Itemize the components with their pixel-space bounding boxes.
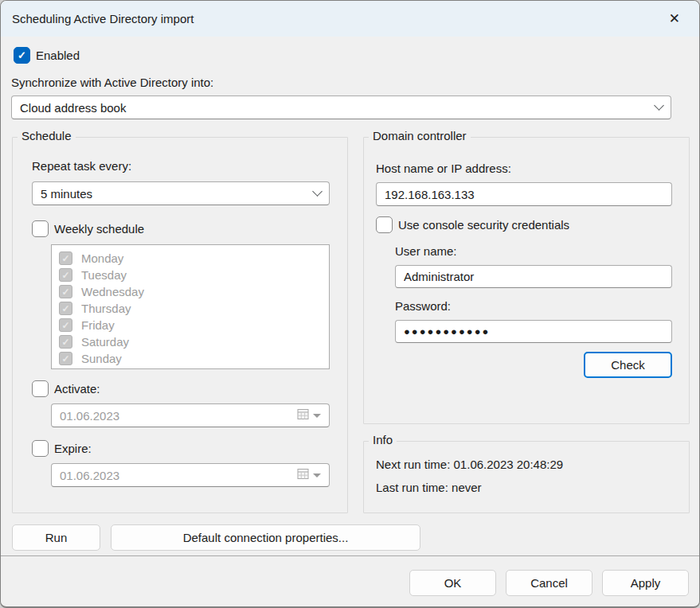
info-group-label: Info: [369, 433, 397, 446]
domain-controller-group-label: Domain controller: [369, 129, 471, 142]
cancel-button[interactable]: Cancel: [506, 570, 592, 596]
username-input[interactable]: Administrator: [395, 265, 672, 288]
run-button[interactable]: Run: [12, 524, 100, 551]
day-label: Tuesday: [81, 268, 127, 282]
enabled-checkbox[interactable]: ✓: [14, 47, 30, 64]
day-row: ✓Saturday: [59, 333, 329, 350]
check-button[interactable]: Check: [584, 352, 672, 378]
sync-target-value: Cloud address book: [20, 101, 655, 115]
schedule-group-label: Schedule: [18, 129, 76, 142]
last-run-time-text: Last run time: never: [376, 481, 482, 494]
schedule-group: Schedule Repeat task every: 5 minutes ✓ …: [12, 137, 348, 513]
check-icon: ✓: [61, 337, 69, 347]
dialog-window: Scheduling Active Directory import ✕ ✓ E…: [0, 0, 700, 608]
day-checkbox: ✓: [59, 302, 72, 315]
title-bar: Scheduling Active Directory import ✕: [1, 1, 699, 37]
username-value: Administrator: [404, 270, 663, 283]
host-input[interactable]: 192.168.163.133: [376, 182, 672, 206]
repeat-interval-dropdown[interactable]: 5 minutes: [32, 181, 330, 205]
day-row: ✓Wednesday: [59, 283, 329, 300]
day-checkbox: ✓: [59, 318, 72, 332]
check-icon: ✓: [61, 271, 69, 280]
repeat-interval-value: 5 minutes: [41, 187, 314, 201]
day-row: ✓Monday: [59, 250, 329, 267]
info-group: Info Next run time: 01.06.2023 20:48:29 …: [363, 441, 690, 513]
check-icon: ✓: [61, 321, 69, 330]
console-credentials-label: Use console security credentials: [398, 218, 569, 232]
check-icon: ✓: [18, 50, 26, 60]
repeat-task-label: Repeat task every:: [32, 159, 131, 173]
weekly-days-listbox: ✓Monday✓Tuesday✓Wednesday✓Thursday✓Frida…: [51, 244, 330, 369]
calendar-icon: [297, 468, 309, 482]
footer-divider: [1, 555, 699, 556]
expire-date-picker: 01.06.2023: [51, 463, 330, 487]
dialog-title: Scheduling Active Directory import: [12, 12, 194, 25]
host-value: 192.168.163.133: [385, 188, 663, 201]
next-run-time-text: Next run time: 01.06.2023 20:48:29: [376, 458, 563, 471]
activate-date-value: 01.06.2023: [60, 409, 297, 423]
host-label: Host name or IP address:: [376, 162, 511, 175]
password-value: ●●●●●●●●●●●: [404, 325, 663, 337]
check-icon: ✓: [61, 254, 69, 263]
expire-checkbox-row[interactable]: ✓ Expire:: [32, 440, 92, 457]
day-checkbox: ✓: [59, 268, 72, 282]
console-credentials-checkbox[interactable]: ✓: [376, 216, 393, 233]
username-label: User name:: [395, 244, 457, 258]
day-label: Sunday: [81, 352, 122, 365]
apply-button[interactable]: Apply: [602, 570, 689, 596]
day-checkbox: ✓: [59, 352, 72, 365]
expire-checkbox[interactable]: ✓: [32, 440, 49, 457]
day-row: ✓Tuesday: [59, 267, 329, 283]
calendar-dropdown-icon: [313, 474, 321, 477]
domain-controller-group: Domain controller Host name or IP addres…: [363, 137, 690, 424]
default-connection-properties-button[interactable]: Default connection properties...: [111, 524, 420, 551]
check-icon: ✓: [61, 354, 69, 364]
day-label: Wednesday: [81, 285, 144, 298]
enabled-checkbox-row[interactable]: ✓ Enabled: [14, 47, 80, 64]
activate-checkbox-row[interactable]: ✓ Activate:: [32, 380, 100, 397]
day-label: Thursday: [81, 302, 131, 315]
activate-label: Activate:: [54, 382, 100, 396]
calendar-icon: [297, 408, 309, 423]
console-credentials-checkbox-row[interactable]: ✓ Use console security credentials: [376, 216, 569, 233]
sync-target-dropdown[interactable]: Cloud address book: [11, 95, 671, 119]
day-label: Monday: [81, 251, 123, 265]
weekly-schedule-checkbox-row[interactable]: ✓ Weekly schedule: [32, 220, 144, 237]
day-row: ✓Friday: [59, 317, 329, 333]
day-label: Friday: [81, 318, 115, 332]
password-label: Password:: [395, 299, 451, 313]
check-icon: ✓: [61, 304, 69, 314]
day-checkbox: ✓: [59, 335, 72, 349]
password-input[interactable]: ●●●●●●●●●●●: [395, 320, 672, 343]
day-checkbox: ✓: [59, 285, 72, 298]
day-row: ✓Sunday: [59, 350, 329, 367]
day-label: Saturday: [81, 335, 129, 349]
close-icon[interactable]: ✕: [664, 9, 685, 29]
chevron-down-icon: [654, 100, 664, 111]
weekly-schedule-checkbox[interactable]: ✓: [32, 220, 49, 237]
weekly-schedule-label: Weekly schedule: [54, 222, 144, 236]
activate-checkbox[interactable]: ✓: [32, 380, 49, 397]
expire-label: Expire:: [54, 442, 92, 455]
activate-date-picker: 01.06.2023: [51, 403, 330, 427]
sync-target-label: Synchronize with Active Directory into:: [11, 76, 213, 89]
check-icon: ✓: [61, 287, 69, 297]
day-checkbox: ✓: [59, 251, 72, 265]
chevron-down-icon: [312, 186, 323, 197]
enabled-label: Enabled: [36, 49, 80, 62]
ok-button[interactable]: OK: [409, 570, 496, 596]
day-row: ✓Thursday: [59, 300, 329, 317]
calendar-dropdown-icon: [313, 414, 321, 418]
expire-date-value: 01.06.2023: [60, 469, 297, 482]
